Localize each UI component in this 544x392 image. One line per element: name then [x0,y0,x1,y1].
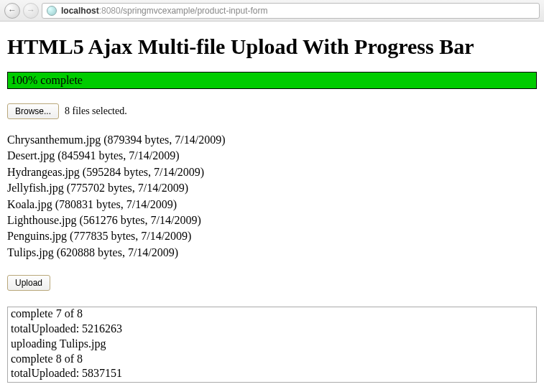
file-select-row: Browse... 8 files selected. [7,103,537,119]
page-content: HTML5 Ajax Multi-file Upload With Progre… [0,22,544,391]
list-item: Chrysanthemum.jpg (879394 bytes, 7/14/20… [7,132,537,148]
list-item: Penguins.jpg (777835 bytes, 7/14/2009) [7,228,537,244]
list-item: Lighthouse.jpg (561276 bytes, 7/14/2009) [7,213,537,228]
back-button[interactable]: ← [4,3,20,19]
forward-button[interactable]: → [23,3,39,19]
debug-log[interactable] [7,307,537,383]
globe-icon [47,6,57,16]
arrow-right-icon: → [27,5,35,16]
arrow-left-icon: ← [8,5,17,16]
browse-button[interactable]: Browse... [7,103,59,119]
file-count-status: 8 files selected. [65,106,127,117]
url-bar[interactable]: localhost:8080/springmvcexample/product-… [42,3,540,19]
upload-button[interactable]: Upload [7,275,50,291]
progress-text: 100% complete [11,74,83,86]
page-title: HTML5 Ajax Multi-file Upload With Progre… [7,34,537,59]
list-item: Koala.jpg (780831 bytes, 7/14/2009) [7,197,537,213]
url-path: /springmvcexample/product-input-form [121,6,268,16]
browser-toolbar: ← → localhost:8080/springmvcexample/prod… [0,0,544,22]
list-item: Desert.jpg (845941 bytes, 7/14/2009) [7,148,537,164]
file-list: Chrysanthemum.jpg (879394 bytes, 7/14/20… [7,132,537,261]
list-item: Hydrangeas.jpg (595284 bytes, 7/14/2009) [7,164,537,180]
url-port: :8080 [99,6,121,16]
list-item: Jellyfish.jpg (775702 bytes, 7/14/2009) [7,180,537,196]
list-item: Tulips.jpg (620888 bytes, 7/14/2009) [7,245,537,261]
url-host: localhost [61,6,99,16]
progress-bar: 100% complete [7,72,537,89]
upload-row: Upload [7,275,537,291]
